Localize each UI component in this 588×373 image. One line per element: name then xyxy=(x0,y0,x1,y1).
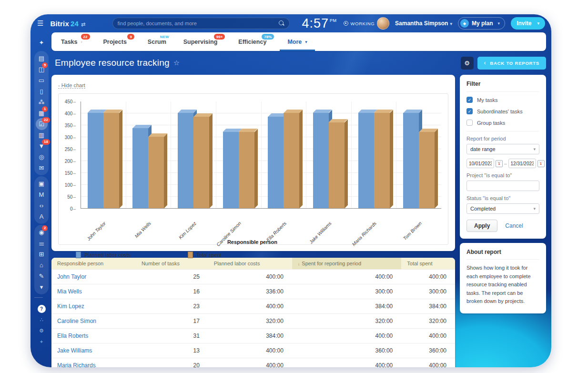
bar-planned-labor-costs-jake-williams[interactable] xyxy=(313,113,329,208)
sidebar-item-messenger-icon[interactable]: ◫5 xyxy=(35,64,48,75)
responsible-person-link[interactable]: Mia Wells xyxy=(51,284,136,299)
responsible-person-link[interactable]: Maria Richards xyxy=(51,358,136,368)
sidebar-item-marketing-icon[interactable]: ◎ xyxy=(35,151,48,162)
filter-checkbox-subordinates-tasks[interactable]: ✓Subordinates' tasks xyxy=(466,108,539,114)
sidebar-item-sales-funnel-icon[interactable]: ▼18 xyxy=(35,141,48,151)
bar-total-spent-ella-roberts[interactable] xyxy=(284,113,299,208)
invite-button[interactable]: Invite ▾ xyxy=(511,17,545,30)
sidebar-item-drive-icon[interactable]: ▭ xyxy=(35,75,48,86)
cell-value: 384:00 xyxy=(292,299,401,314)
bar-planned-labor-costs-mia-wells[interactable] xyxy=(132,128,148,208)
sidebar-item-automation-letter-icon[interactable]: A xyxy=(35,211,48,222)
date-from-input[interactable] xyxy=(466,159,494,168)
hamburger-menu-icon[interactable]: ☰ xyxy=(37,19,43,28)
tab-label: Projects xyxy=(103,39,127,45)
responsible-person-link[interactable]: Kim Lopez xyxy=(51,299,136,314)
tab-projects[interactable]: Projects9 xyxy=(103,32,127,51)
user-avatar[interactable] xyxy=(377,17,389,30)
column-header-spent-for-reporting-period[interactable]: ↓Spent for reporting period xyxy=(292,258,401,270)
sidebar-item-help-icon[interactable]: ? xyxy=(35,303,48,314)
cell-value: 20 xyxy=(136,358,208,368)
responsible-person-link[interactable]: John Taylor xyxy=(51,270,136,284)
tab-tasks[interactable]: Tasks22› xyxy=(61,32,82,51)
bar-total-spent-john-taylor[interactable] xyxy=(103,113,119,208)
filter-checkbox-group-tasks[interactable]: Group tasks xyxy=(466,120,539,126)
documents-icon: ▯ xyxy=(40,88,43,94)
date-to-calendar-icon[interactable]: 1 xyxy=(537,160,545,167)
sidebar-item-pulse-icon[interactable]: ✦ xyxy=(35,37,48,48)
tab-more[interactable]: More▾ xyxy=(287,32,307,51)
search-input[interactable] xyxy=(118,20,279,26)
sidebar-item-market-icon[interactable]: ▣ xyxy=(35,178,48,189)
crm-icon: ▥ xyxy=(39,132,44,138)
period-select[interactable]: date range▾ xyxy=(466,144,539,154)
sidebar-item-add-icon[interactable]: + xyxy=(35,336,48,347)
invite-chevron-down-icon: ▾ xyxy=(537,21,539,26)
workspace-switch-icon[interactable]: ⇄ xyxy=(81,21,85,27)
about-report-panel: About report Shows how long it took for … xyxy=(460,243,546,313)
cell-value: 300:00 xyxy=(401,284,455,299)
sidebar-item-documents-icon[interactable]: ▯ xyxy=(35,86,48,97)
sidebar-item-store-icon[interactable]: ⌂ xyxy=(35,260,48,271)
favorite-star-icon[interactable]: ☆ xyxy=(173,59,180,67)
apply-button[interactable]: Apply xyxy=(466,220,497,232)
sidebar-item-cart-icon[interactable]: ⊞ xyxy=(35,249,48,260)
search-icon[interactable] xyxy=(279,20,284,26)
date-to-input[interactable] xyxy=(508,159,536,168)
status-select[interactable]: Completed▾ xyxy=(466,203,539,214)
bar-planned-labor-costs-kim-lopez[interactable] xyxy=(178,113,193,208)
date-separator: – xyxy=(504,161,507,166)
plan-gem-icon: ◆ xyxy=(460,19,469,28)
sidebar-item-sitemap-icon[interactable]: ∴ xyxy=(35,314,48,325)
sidebar-item-collapse-icon[interactable]: ▾ xyxy=(35,282,48,292)
bar-total-spent-kim-lopez[interactable] xyxy=(193,117,209,208)
settings-icon: ⚙ xyxy=(39,328,44,333)
sidebar-item-settings-icon[interactable]: ⚙ xyxy=(35,325,48,336)
sidebar-item-developer-icon[interactable]: ‹› xyxy=(35,200,48,211)
global-search[interactable] xyxy=(112,18,290,29)
sidebar-item-migration-icon[interactable]: M xyxy=(35,189,48,200)
bar-planned-labor-costs-tom-brown[interactable] xyxy=(403,113,419,208)
working-status[interactable]: WORKING xyxy=(344,21,375,26)
tab-label: Scrum xyxy=(148,39,166,45)
back-to-reports-button[interactable]: ‹ BACK TO REPORTS xyxy=(477,57,546,70)
bar-planned-labor-costs-ella-roberts[interactable] xyxy=(268,117,284,208)
column-header-number-of-tasks[interactable]: Number of tasks xyxy=(136,258,208,270)
responsible-person-link[interactable]: Caroline Simon xyxy=(51,314,136,329)
date-from-calendar-icon[interactable]: 1 xyxy=(496,160,503,167)
hide-chart-link[interactable]: - Hide chart xyxy=(58,82,85,89)
my-plan-button[interactable]: ◆ My plan ▾ xyxy=(458,17,505,30)
bar-total-spent-maria-richards[interactable] xyxy=(374,113,390,208)
bar-total-spent-jake-williams[interactable] xyxy=(329,122,345,208)
tab-scrum[interactable]: ScrumNEW xyxy=(148,32,166,51)
filter-checkbox-my-tasks[interactable]: ✓My tasks xyxy=(466,97,539,103)
store-icon: ⌂ xyxy=(40,262,43,268)
sidebar-item-sign-icon[interactable]: ✎ xyxy=(35,271,48,282)
column-header-total-spent[interactable]: Total spent xyxy=(401,258,455,270)
cancel-link[interactable]: Cancel xyxy=(505,222,523,229)
sidebar-item-tasks-icon[interactable]: ☑22 xyxy=(35,119,48,130)
user-name[interactable]: Samantha Simpson▾ xyxy=(395,20,452,27)
sidebar-item-workflows-icon[interactable]: ⚌ xyxy=(35,238,48,249)
report-settings-button[interactable]: ⚙ xyxy=(461,57,474,70)
column-header-planned-labor-costs[interactable]: Planned labor costs xyxy=(208,258,292,270)
tab-supervising[interactable]: Supervising99+ xyxy=(183,32,218,51)
bar-total-spent-mia-wells[interactable] xyxy=(148,137,164,208)
tab-efficiency[interactable]: Efficiency78% xyxy=(238,32,266,51)
cell-value: 25 xyxy=(136,270,208,284)
bar-planned-labor-costs-john-taylor[interactable] xyxy=(88,113,103,208)
bar-total-spent-tom-brown[interactable] xyxy=(419,132,435,208)
responsible-person-link[interactable]: Jake Williams xyxy=(51,343,136,358)
responsible-person-link[interactable]: Ella Roberts xyxy=(51,329,136,343)
sidebar-item-mail-icon[interactable]: ✉ xyxy=(35,162,48,173)
clock-widget[interactable]: 4:57 PM xyxy=(302,17,337,30)
bar-planned-labor-costs-maria-richards[interactable] xyxy=(358,113,374,208)
project-input[interactable] xyxy=(466,181,539,191)
bar-planned-labor-costs-caroline-simon[interactable] xyxy=(223,132,239,208)
bar-total-spent-caroline-simon[interactable] xyxy=(239,132,254,208)
sidebar-item-copilot-icon[interactable]: ◉2 xyxy=(35,227,48,238)
chevron-down-icon: ▾ xyxy=(305,40,307,44)
chart-legend: Planned labor costsTotal spent xyxy=(76,252,441,258)
column-header-responsible-person[interactable]: Responsible person xyxy=(51,258,136,270)
cell-value: 17 xyxy=(136,314,208,329)
